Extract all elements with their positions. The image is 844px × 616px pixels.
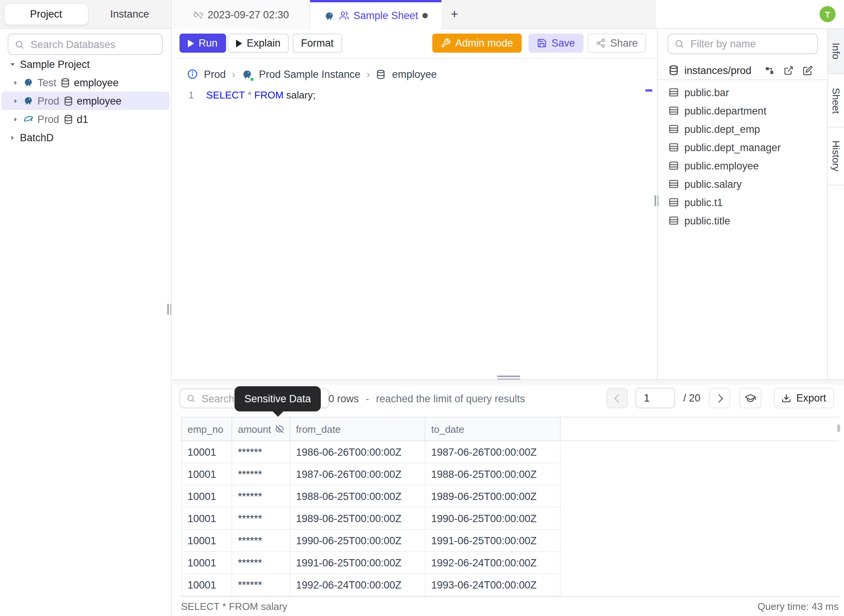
cell-from-date[interactable]: 1989-06-25T00:00:00Z <box>290 508 425 529</box>
cell-from-date[interactable]: 1991-06-25T00:00:00Z <box>290 552 425 573</box>
cell-amount-masked[interactable]: ****** <box>232 552 290 573</box>
cell-to-date[interactable]: 1988-06-25T00:00:00Z <box>425 463 560 485</box>
table-row[interactable]: 10001 ****** 1986-06-26T00:00:00Z 1987-0… <box>181 441 561 463</box>
table-row[interactable]: 10001 ****** 1991-06-25T00:00:00Z 1992-0… <box>181 552 561 574</box>
column-header-to-date[interactable]: to_date <box>425 418 560 440</box>
cell-from-date[interactable]: 1992-06-24T00:00:00Z <box>290 574 425 595</box>
share-icon <box>596 38 606 48</box>
caret-right-icon[interactable] <box>12 79 19 86</box>
cell-amount-masked[interactable]: ****** <box>232 508 290 529</box>
cell-to-date[interactable]: 1990-06-25T00:00:00Z <box>425 508 560 529</box>
prev-page-button[interactable] <box>606 388 628 408</box>
table-row[interactable]: 10001 ****** 1987-06-26T00:00:00Z 1988-0… <box>181 463 561 485</box>
cell-to-date[interactable]: 1987-06-26T00:00:00Z <box>425 441 560 463</box>
column-header-emp-no[interactable]: emp_no <box>181 418 232 440</box>
tree-item-sample-project[interactable]: Sample Project <box>0 55 171 73</box>
cell-amount-masked[interactable]: ****** <box>232 530 290 551</box>
sheet-tab-unsaved[interactable]: 2023-09-27 02:30 <box>173 0 310 29</box>
filter-by-name-input[interactable] <box>689 37 811 50</box>
tab-instance[interactable]: Instance <box>88 3 171 25</box>
cell-from-date[interactable]: 1988-06-25T00:00:00Z <box>290 485 425 507</box>
column-header-amount[interactable]: amount <box>232 418 290 440</box>
cell-from-date[interactable]: 1987-06-26T00:00:00Z <box>290 463 425 485</box>
cell-to-date[interactable]: 1993-06-24T00:00:00Z <box>425 574 560 595</box>
table-row[interactable]: 10001 ****** 1992-06-24T00:00:00Z 1993-0… <box>181 574 561 596</box>
table-list-item[interactable]: public.bar <box>658 83 827 102</box>
results-scrollbar[interactable] <box>837 424 840 432</box>
mysql-icon <box>23 114 34 124</box>
cell-emp-no[interactable]: 10001 <box>181 574 232 595</box>
user-avatar[interactable]: T <box>820 6 836 22</box>
cell-emp-no[interactable]: 10001 <box>181 463 232 485</box>
table-list-item[interactable]: public.employee <box>658 156 827 175</box>
tree-item-prod-d1[interactable]: Prod d1 <box>0 110 171 128</box>
code-line-1[interactable]: 1 SELECT * FROM salary; <box>173 89 656 104</box>
sidebar-resize-handle[interactable] <box>167 304 172 314</box>
table-list-item[interactable]: public.t1 <box>658 193 827 211</box>
page-number-input[interactable] <box>635 388 675 408</box>
column-header-from-date[interactable]: from_date <box>290 418 425 440</box>
new-tab-button[interactable]: + <box>441 0 467 29</box>
caret-right-icon[interactable] <box>12 97 19 104</box>
cell-emp-no[interactable]: 10001 <box>181 485 232 507</box>
tab-info[interactable]: Info <box>828 29 844 74</box>
sql-editor[interactable]: Prod › Prod Sample Instance › employee 1… <box>173 59 656 379</box>
breadcrumb-instance[interactable]: Prod Sample Instance <box>259 68 361 80</box>
save-button[interactable]: Save <box>529 34 584 53</box>
cell-amount-masked[interactable]: ****** <box>232 441 290 463</box>
cell-emp-no[interactable]: 10001 <box>181 530 232 551</box>
caret-right-icon[interactable] <box>9 134 16 141</box>
export-button[interactable]: Export <box>774 388 834 408</box>
cell-to-date[interactable]: 1989-06-25T00:00:00Z <box>425 485 560 507</box>
results-splitter[interactable] <box>173 379 844 385</box>
edit-icon[interactable] <box>803 65 813 75</box>
caret-right-icon[interactable] <box>12 116 19 123</box>
table-list-item[interactable]: public.title <box>658 211 827 230</box>
table-list-item[interactable]: public.salary <box>658 175 827 193</box>
database-icon <box>63 96 73 106</box>
cell-amount-masked[interactable]: ****** <box>232 485 290 507</box>
breadcrumb-database[interactable]: employee <box>392 68 437 80</box>
share-button[interactable]: Share <box>587 34 646 53</box>
cell-to-date[interactable]: 1992-06-24T00:00:00Z <box>425 552 560 573</box>
connection-row[interactable]: instances/prod <box>658 61 827 79</box>
results-resize-handle[interactable] <box>497 376 520 379</box>
tab-project[interactable]: Project <box>4 3 88 25</box>
table-list-item[interactable]: public.dept_emp <box>658 120 827 138</box>
table-list-item[interactable]: public.department <box>658 102 827 120</box>
database-search[interactable] <box>8 34 163 55</box>
tree-item-test-employee[interactable]: Test employee <box>0 73 171 92</box>
search-databases-input[interactable] <box>29 38 156 51</box>
next-page-button[interactable] <box>709 388 730 408</box>
table-filter[interactable] <box>668 34 818 54</box>
run-button[interactable]: Run <box>179 34 226 53</box>
admin-mode-button[interactable]: Admin mode <box>432 34 522 53</box>
cell-from-date[interactable]: 1990-06-25T00:00:00Z <box>290 530 425 551</box>
tree-item-batchd[interactable]: BatchD <box>0 128 171 147</box>
cell-to-date[interactable]: 1991-06-25T00:00:00Z <box>425 530 560 551</box>
tab-history[interactable]: History <box>828 127 844 185</box>
schema-panel-resize-handle[interactable] <box>655 195 659 206</box>
cell-emp-no[interactable]: 10001 <box>181 552 232 573</box>
explain-button[interactable]: Explain <box>228 34 289 53</box>
cell-amount-masked[interactable]: ****** <box>232 463 290 485</box>
sql-keyword: SELECT <box>206 89 245 101</box>
info-icon[interactable] <box>187 69 198 79</box>
format-button[interactable]: Format <box>293 34 342 53</box>
cell-from-date[interactable]: 1986-06-26T00:00:00Z <box>290 441 425 463</box>
cell-emp-no[interactable]: 10001 <box>181 508 232 529</box>
table-row[interactable]: 10001 ****** 1990-06-25T00:00:00Z 1991-0… <box>181 530 561 552</box>
table-row[interactable]: 10001 ****** 1988-06-25T00:00:00Z 1989-0… <box>181 485 561 508</box>
table-list-item[interactable]: public.dept_manager <box>658 138 827 156</box>
cube-button[interactable] <box>739 388 762 408</box>
tree-item-prod-employee[interactable]: Prod employee <box>2 92 170 110</box>
external-link-icon[interactable] <box>784 65 794 75</box>
breadcrumb-environment[interactable]: Prod <box>204 68 226 80</box>
cell-emp-no[interactable]: 10001 <box>181 441 232 463</box>
cell-amount-masked[interactable]: ****** <box>232 574 290 595</box>
schema-diagram-icon[interactable] <box>765 65 774 75</box>
sheet-tab-sample-sheet[interactable]: Sample Sheet <box>310 0 441 29</box>
play-icon <box>236 39 242 47</box>
tab-sheet[interactable]: Sheet <box>828 74 844 127</box>
table-row[interactable]: 10001 ****** 1989-06-25T00:00:00Z 1990-0… <box>181 508 561 530</box>
